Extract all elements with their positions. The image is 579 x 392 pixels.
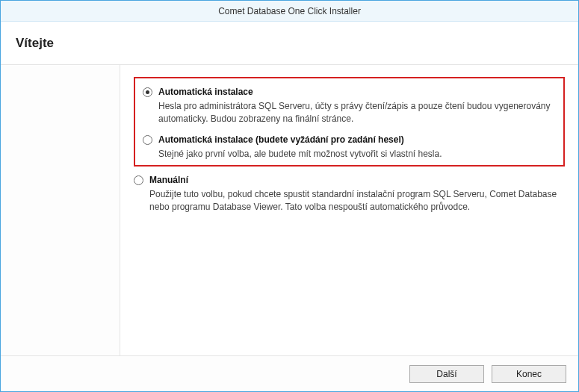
option-title: Manuální: [149, 174, 565, 187]
wizard-header: Vítejte: [1, 22, 578, 65]
option-body: Manuální Použijte tuto volbu, pokud chce…: [149, 174, 565, 213]
option-desc: Hesla pro administrátora SQL Serveru, úč…: [158, 100, 556, 125]
wizard-body: Automatická instalace Hesla pro administ…: [1, 65, 578, 355]
option-desc: Stejné jako první volba, ale budete mít …: [158, 148, 556, 161]
titlebar: Comet Database One Click Installer: [1, 1, 578, 22]
page-title: Vítejte: [16, 36, 54, 51]
option-auto-install[interactable]: Automatická instalace Hesla pro administ…: [143, 86, 556, 125]
option-title: Automatická instalace (budete vyžádání p…: [158, 134, 556, 146]
option-body: Automatická instalace Hesla pro administ…: [158, 86, 556, 125]
radio-manual[interactable]: [134, 175, 143, 185]
option-auto-install-with-passwords[interactable]: Automatická instalace (budete vyžádání p…: [143, 134, 556, 161]
installer-window: Comet Database One Click Installer Vítej…: [0, 0, 579, 392]
option-manual[interactable]: Manuální Použijte tuto volbu, pokud chce…: [134, 174, 565, 213]
wizard-content: Automatická instalace Hesla pro administ…: [120, 65, 578, 355]
next-button[interactable]: Další: [409, 365, 484, 383]
wizard-footer: Další Konec: [1, 355, 578, 391]
option-desc: Použijte tuto volbu, pokud chcete spusti…: [149, 188, 565, 214]
wizard-sidebar: [1, 65, 120, 355]
radio-auto-install[interactable]: [143, 87, 152, 97]
close-button[interactable]: Konec: [492, 365, 566, 383]
radio-auto-install-with-passwords[interactable]: [143, 135, 152, 145]
window-title: Comet Database One Click Installer: [218, 6, 361, 16]
option-body: Automatická instalace (budete vyžádání p…: [158, 134, 556, 161]
highlighted-options: Automatická instalace Hesla pro administ…: [134, 77, 565, 167]
option-title: Automatická instalace: [158, 86, 556, 99]
